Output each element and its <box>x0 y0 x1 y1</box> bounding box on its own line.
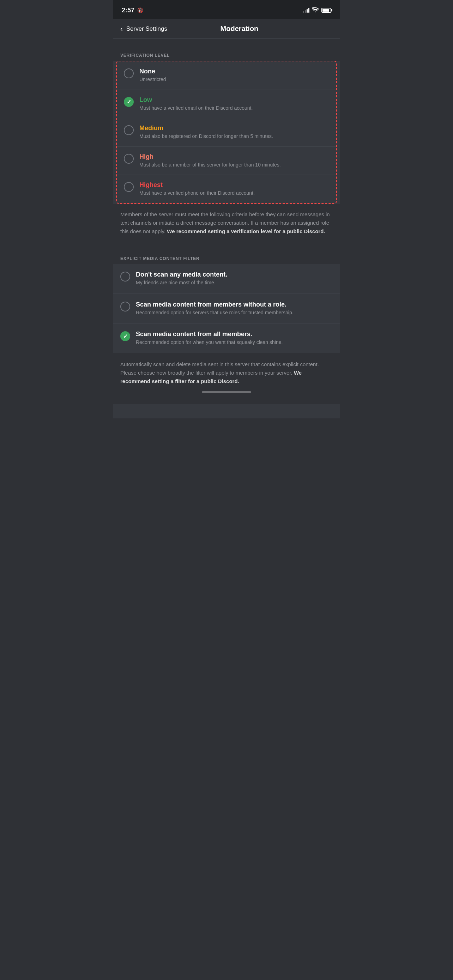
filter-description-block: Automatically scan and delete media sent… <box>113 353 340 404</box>
option-high-desc: Must also be a member of this server for… <box>139 162 329 169</box>
option-scan-all-label: Scan media content from all members. <box>136 331 333 338</box>
filter-option-dont-scan[interactable]: Don't scan any media content. My friends… <box>113 264 340 294</box>
option-none-desc: Unrestricted <box>139 76 329 83</box>
nav-header: ‹ Server Settings Moderation <box>113 19 340 39</box>
option-highest-label: Highest <box>139 181 329 189</box>
radio-high[interactable] <box>124 154 134 164</box>
option-high-label: High <box>139 153 329 161</box>
option-dont-scan-desc: My friends are nice most of the time. <box>136 279 333 286</box>
back-button[interactable]: ‹ Server Settings <box>120 25 167 33</box>
radio-scan-all[interactable] <box>120 331 130 341</box>
radio-medium[interactable] <box>124 125 134 135</box>
filter-section-header: EXPLICIT MEDIA CONTENT FILTER <box>113 250 340 264</box>
filter-radio-group: Don't scan any media content. My friends… <box>113 264 340 353</box>
radio-highest[interactable] <box>124 182 134 192</box>
option-medium-label: Medium <box>139 124 329 132</box>
back-chevron-icon: ‹ <box>120 25 123 33</box>
battery-icon <box>321 8 331 13</box>
option-dont-scan-label: Don't scan any media content. <box>136 271 333 278</box>
radio-dont-scan[interactable] <box>120 272 130 282</box>
main-content: VERIFICATION LEVEL None Unrestricted Low… <box>113 39 340 418</box>
radio-none[interactable] <box>124 68 134 78</box>
option-without-role-label: Scan media content from members without … <box>136 301 333 308</box>
option-low-desc: Must have a verified email on their Disc… <box>139 105 329 112</box>
option-low-label: Low <box>139 96 329 104</box>
verification-option-highest[interactable]: Highest Must have a verified phone on th… <box>117 175 336 203</box>
option-without-role-desc: Recommended option for servers that use … <box>136 309 333 317</box>
option-highest-desc: Must have a verified phone on their Disc… <box>139 190 329 197</box>
verification-option-high[interactable]: High Must also be a member of this serve… <box>117 147 336 175</box>
filter-description: Automatically scan and delete media sent… <box>120 360 333 386</box>
home-indicator <box>202 391 251 393</box>
option-scan-all-desc: Recommended option for when you want tha… <box>136 339 333 346</box>
wifi-icon <box>312 7 319 13</box>
radio-low[interactable] <box>124 97 134 107</box>
section-gap-2 <box>113 242 340 250</box>
status-time: 2:57 📵 <box>122 7 143 14</box>
back-label: Server Settings <box>126 25 167 32</box>
option-medium-desc: Must also be registered on Discord for l… <box>139 133 329 140</box>
verification-section-header: VERIFICATION LEVEL <box>113 47 340 60</box>
verification-option-medium[interactable]: Medium Must also be registered on Discor… <box>117 118 336 147</box>
radio-without-role[interactable] <box>120 302 130 312</box>
status-bar: 2:57 📵 <box>113 0 340 19</box>
verification-radio-group: None Unrestricted Low Must have a verifi… <box>116 60 337 204</box>
status-icons <box>303 7 331 13</box>
verification-description: Members of the server must meet the foll… <box>120 210 333 235</box>
option-none-label: None <box>139 68 329 75</box>
verification-recommendation: We recommend setting a verification leve… <box>167 228 325 234</box>
verification-option-low[interactable]: Low Must have a verified email on their … <box>117 90 336 119</box>
verification-option-none[interactable]: None Unrestricted <box>117 61 336 90</box>
sim-icon: 📵 <box>137 7 143 13</box>
signal-icon <box>303 8 309 13</box>
time-display: 2:57 <box>122 7 134 14</box>
verification-description-block: Members of the server must meet the foll… <box>113 204 340 242</box>
filter-option-scan-all[interactable]: Scan media content from all members. Rec… <box>113 323 340 353</box>
section-gap-1 <box>113 39 340 47</box>
page-title: Moderation <box>167 25 312 33</box>
filter-option-without-role[interactable]: Scan media content from members without … <box>113 294 340 324</box>
